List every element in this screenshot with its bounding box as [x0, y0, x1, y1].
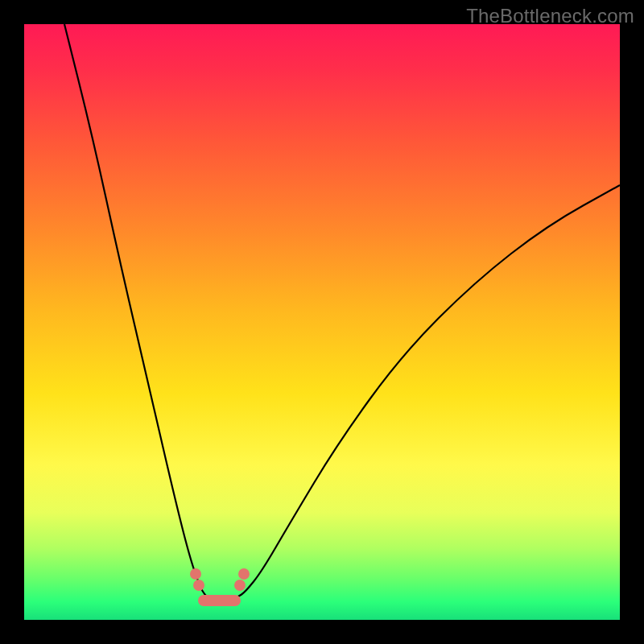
right-curve: [229, 185, 620, 600]
watermark-text: TheBottleneck.com: [466, 5, 634, 27]
chart-frame: [24, 24, 620, 620]
marker-dot: [234, 580, 246, 591]
chart-svg: [24, 24, 620, 620]
marker-dot: [193, 580, 204, 591]
marker-dots-group: [190, 568, 250, 591]
marker-dot: [190, 568, 201, 580]
marker-dot: [238, 568, 250, 580]
left-curve: [64, 24, 217, 600]
